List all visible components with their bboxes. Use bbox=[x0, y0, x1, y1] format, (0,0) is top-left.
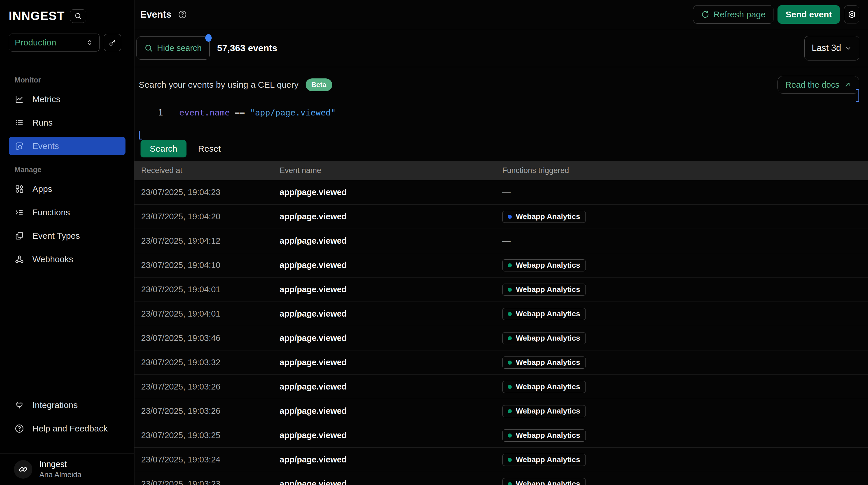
sidebar-item-runs[interactable]: Runs bbox=[9, 113, 125, 132]
table-row[interactable]: 23/07/2025, 19:04:23 app/page.viewed — bbox=[134, 180, 868, 205]
row-received-at: 23/07/2025, 19:03:25 bbox=[134, 431, 280, 440]
settings-button[interactable] bbox=[844, 5, 859, 23]
function-badge-label: Webapp Analytics bbox=[516, 309, 580, 318]
user-org: Inngest bbox=[39, 459, 82, 469]
row-received-at: 23/07/2025, 19:04:01 bbox=[134, 285, 280, 294]
function-badge[interactable]: Webapp Analytics bbox=[502, 356, 586, 369]
chevrons-updown-icon bbox=[86, 38, 94, 47]
sidebar-item-help-feedback[interactable]: Help and Feedback bbox=[9, 419, 125, 437]
environment-select[interactable]: Production bbox=[9, 34, 100, 52]
sidebar: INNGEST Production Monitor bbox=[0, 0, 134, 485]
hide-search-button[interactable]: Hide search bbox=[136, 36, 210, 60]
function-badge[interactable]: Webapp Analytics bbox=[502, 381, 586, 393]
function-badge-label: Webapp Analytics bbox=[516, 261, 580, 270]
table-body: 23/07/2025, 19:04:23 app/page.viewed — 2… bbox=[134, 180, 868, 485]
code-operator: == bbox=[230, 108, 250, 117]
sidebar-item-metrics[interactable]: Metrics bbox=[9, 90, 125, 108]
row-event-name: app/page.viewed bbox=[280, 212, 502, 221]
nav-section-monitor: Monitor bbox=[9, 76, 125, 84]
api-keys-button[interactable] bbox=[104, 34, 121, 51]
table-row[interactable]: 23/07/2025, 19:03:25 app/page.viewed Web… bbox=[134, 423, 868, 448]
send-event-label: Send event bbox=[785, 9, 832, 19]
function-badge[interactable]: Webapp Analytics bbox=[502, 332, 586, 344]
function-badge-label: Webapp Analytics bbox=[516, 358, 580, 367]
row-received-at: 23/07/2025, 19:03:24 bbox=[134, 455, 280, 464]
row-received-at: 23/07/2025, 19:04:10 bbox=[134, 260, 280, 270]
sidebar-item-functions[interactable]: Functions bbox=[9, 203, 125, 221]
reset-button[interactable]: Reset bbox=[198, 144, 221, 154]
sidebar-item-integrations[interactable]: Integrations bbox=[9, 396, 125, 414]
events-count: 57,363 events bbox=[217, 43, 277, 54]
row-functions: Webapp Analytics bbox=[502, 381, 868, 393]
row-functions: Webapp Analytics bbox=[502, 284, 868, 296]
function-badge[interactable]: Webapp Analytics bbox=[502, 284, 586, 296]
row-event-name: app/page.viewed bbox=[280, 431, 502, 440]
send-event-button[interactable]: Send event bbox=[777, 5, 840, 24]
table-row[interactable]: 23/07/2025, 19:04:01 app/page.viewed Web… bbox=[134, 302, 868, 326]
function-badge-label: Webapp Analytics bbox=[516, 431, 580, 440]
function-badge[interactable]: Webapp Analytics bbox=[502, 308, 586, 320]
sidebar-search-button[interactable] bbox=[70, 9, 86, 23]
table-row[interactable]: 23/07/2025, 19:03:24 app/page.viewed Web… bbox=[134, 448, 868, 472]
row-functions: — bbox=[502, 236, 868, 246]
function-badge[interactable]: Webapp Analytics bbox=[502, 429, 586, 441]
search-icon bbox=[74, 12, 82, 20]
events-icon bbox=[14, 141, 24, 151]
editor-line-number: 1 bbox=[150, 108, 163, 117]
sidebar-item-label: Events bbox=[32, 141, 59, 151]
function-badge-label: Webapp Analytics bbox=[516, 334, 580, 343]
time-range-label: Last 3d bbox=[812, 43, 841, 53]
help-icon[interactable] bbox=[178, 10, 187, 19]
function-badge-label: Webapp Analytics bbox=[516, 455, 580, 464]
cel-query-editor[interactable]: 1 event.name == "app/page.viewed" bbox=[139, 108, 859, 140]
row-functions: Webapp Analytics bbox=[502, 454, 868, 466]
function-badge-label: Webapp Analytics bbox=[516, 212, 580, 221]
chevron-down-icon bbox=[844, 44, 852, 52]
no-functions-marker: — bbox=[502, 188, 510, 197]
function-badge[interactable]: Webapp Analytics bbox=[502, 259, 586, 272]
row-event-name: app/page.viewed bbox=[280, 406, 502, 416]
table-row[interactable]: 23/07/2025, 19:04:01 app/page.viewed Web… bbox=[134, 278, 868, 302]
sidebar-item-events[interactable]: Events bbox=[9, 137, 125, 155]
table-row[interactable]: 23/07/2025, 19:03:32 app/page.viewed Web… bbox=[134, 350, 868, 375]
row-event-name: app/page.viewed bbox=[280, 260, 502, 270]
read-docs-button[interactable]: Read the docs bbox=[777, 76, 859, 94]
sidebar-item-label: Event Types bbox=[32, 231, 80, 241]
function-badge[interactable]: Webapp Analytics bbox=[502, 454, 586, 466]
function-badge[interactable]: Webapp Analytics bbox=[502, 405, 586, 417]
sidebar-item-event-types[interactable]: Event Types bbox=[9, 227, 125, 245]
time-range-select[interactable]: Last 3d bbox=[804, 36, 859, 60]
webhooks-icon bbox=[14, 254, 24, 264]
table-row[interactable]: 23/07/2025, 19:03:23 app/page.viewed Web… bbox=[134, 472, 868, 485]
table-row[interactable]: 23/07/2025, 19:04:10 app/page.viewed Web… bbox=[134, 253, 868, 278]
function-status-dot bbox=[508, 312, 512, 316]
row-functions: Webapp Analytics bbox=[502, 308, 868, 320]
function-badge[interactable]: Webapp Analytics bbox=[502, 478, 586, 485]
sidebar-item-apps[interactable]: Apps bbox=[9, 180, 125, 198]
row-received-at: 23/07/2025, 19:04:01 bbox=[134, 309, 280, 319]
search-button[interactable]: Search bbox=[141, 140, 186, 158]
function-status-dot bbox=[508, 215, 512, 219]
row-event-name: app/page.viewed bbox=[280, 479, 502, 485]
functions-icon bbox=[14, 207, 24, 217]
key-icon bbox=[108, 38, 117, 47]
table-row[interactable]: 23/07/2025, 19:04:20 app/page.viewed Web… bbox=[134, 205, 868, 229]
table-row[interactable]: 23/07/2025, 19:04:12 app/page.viewed — bbox=[134, 229, 868, 253]
row-functions: Webapp Analytics bbox=[502, 429, 868, 441]
function-status-dot bbox=[508, 288, 512, 292]
function-status-dot bbox=[508, 385, 512, 389]
row-functions: Webapp Analytics bbox=[502, 259, 868, 272]
table-row[interactable]: 23/07/2025, 19:03:26 app/page.viewed Web… bbox=[134, 399, 868, 423]
row-functions: Webapp Analytics bbox=[502, 211, 868, 223]
row-event-name: app/page.viewed bbox=[280, 309, 502, 319]
table-row[interactable]: 23/07/2025, 19:03:26 app/page.viewed Web… bbox=[134, 375, 868, 399]
function-status-dot bbox=[508, 458, 512, 462]
row-functions: — bbox=[502, 188, 868, 197]
user-menu[interactable]: Inngest Ana Almeida bbox=[0, 453, 134, 485]
sidebar-item-webhooks[interactable]: Webhooks bbox=[9, 250, 125, 268]
table-row[interactable]: 23/07/2025, 19:03:46 app/page.viewed Web… bbox=[134, 326, 868, 350]
arrow-up-right-icon bbox=[843, 81, 851, 89]
row-received-at: 23/07/2025, 19:03:32 bbox=[134, 358, 280, 367]
function-badge[interactable]: Webapp Analytics bbox=[502, 211, 586, 223]
refresh-page-button[interactable]: Refresh page bbox=[693, 5, 773, 24]
